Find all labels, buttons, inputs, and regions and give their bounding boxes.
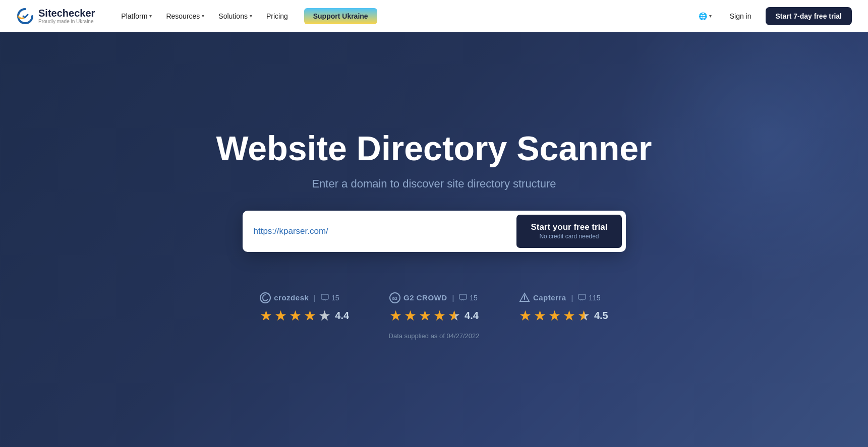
star-4: ★ bbox=[563, 307, 575, 324]
g2crowd-header: G2 G2 CROWD | 15 bbox=[389, 292, 478, 303]
svg-rect-7 bbox=[578, 294, 586, 299]
logo-link[interactable]: Sitechecker Proudly made in Ukraine bbox=[16, 7, 95, 25]
crozdesk-score: 4.4 bbox=[335, 310, 349, 322]
nav-solutions[interactable]: Solutions ▾ bbox=[212, 8, 258, 24]
star-3: ★ bbox=[548, 307, 561, 324]
support-ukraine-button[interactable]: Support Ukraine bbox=[304, 8, 377, 24]
capterra-logo: Capterra bbox=[519, 292, 566, 303]
hero-title: Website Directory Scanner bbox=[216, 130, 652, 167]
globe-icon: 🌐 bbox=[699, 12, 707, 20]
crozdesk-icon bbox=[260, 292, 271, 303]
star-1: ★ bbox=[389, 307, 402, 324]
crozdesk-name: crozdesk bbox=[274, 293, 309, 302]
rating-capterra: Capterra | 115 ★ ★ ★ ★ ★ 4.5 bbox=[519, 292, 608, 324]
g2crowd-score: 4.4 bbox=[465, 310, 479, 322]
star-2: ★ bbox=[534, 307, 546, 324]
comment-icon-g2 bbox=[459, 294, 467, 302]
rating-g2crowd: G2 G2 CROWD | 15 ★ ★ ★ ★ ★ bbox=[389, 292, 479, 324]
capterra-header: Capterra | 115 bbox=[519, 292, 601, 303]
g2crowd-name: G2 CROWD bbox=[403, 293, 447, 302]
nav-resources[interactable]: Resources ▾ bbox=[160, 8, 210, 24]
g2crowd-stars: ★ ★ ★ ★ ★ 4.4 bbox=[389, 307, 479, 324]
capterra-score: 4.5 bbox=[594, 310, 608, 322]
search-box: Start your free trial No credit card nee… bbox=[243, 211, 626, 252]
capterra-name: Capterra bbox=[533, 293, 566, 302]
g2crowd-comments: 15 bbox=[459, 294, 478, 302]
star-1: ★ bbox=[260, 307, 272, 324]
solutions-chevron-icon: ▾ bbox=[250, 13, 252, 19]
logo-name: Sitechecker bbox=[38, 8, 95, 19]
g2crowd-icon: G2 bbox=[389, 292, 400, 303]
domain-input[interactable] bbox=[254, 226, 517, 236]
lang-chevron-icon: ▾ bbox=[709, 13, 712, 19]
hero-section: Website Directory Scanner Enter a domain… bbox=[0, 32, 868, 447]
star-4: ★ bbox=[304, 307, 316, 324]
star-3: ★ bbox=[289, 307, 302, 324]
capterra-icon bbox=[519, 292, 530, 303]
cta-main-text: Start your free trial bbox=[531, 222, 607, 233]
hero-subtitle: Enter a domain to discover site director… bbox=[312, 177, 556, 190]
svg-rect-1 bbox=[321, 294, 328, 299]
language-selector[interactable]: 🌐 ▾ bbox=[695, 9, 716, 23]
nav-links: Platform ▾ Resources ▾ Solutions ▾ Prici… bbox=[115, 8, 694, 24]
star-3: ★ bbox=[419, 307, 431, 324]
crozdesk-logo: crozdesk bbox=[260, 292, 309, 303]
sign-in-button[interactable]: Sign in bbox=[724, 8, 758, 24]
data-supplied-text: Data supplied as of 04/27/2022 bbox=[389, 332, 480, 340]
logo-subtitle: Proudly made in Ukraine bbox=[38, 19, 95, 24]
platform-chevron-icon: ▾ bbox=[149, 13, 152, 19]
nav-pricing[interactable]: Pricing bbox=[260, 8, 294, 24]
crozdesk-header: crozdesk | 15 bbox=[260, 292, 339, 303]
crozdesk-comments: 15 bbox=[321, 294, 339, 302]
comment-icon bbox=[321, 294, 329, 302]
star-2: ★ bbox=[404, 307, 417, 324]
logo-text: Sitechecker Proudly made in Ukraine bbox=[38, 8, 95, 24]
star-1: ★ bbox=[519, 307, 532, 324]
star-4: ★ bbox=[433, 307, 446, 324]
svg-text:G2: G2 bbox=[392, 296, 397, 301]
start-trial-button[interactable]: Start 7-day free trial bbox=[766, 7, 852, 25]
logo-icon bbox=[16, 7, 34, 25]
star-5: ★ bbox=[577, 307, 590, 324]
cta-sub-text: No credit card needed bbox=[539, 233, 599, 241]
g2crowd-logo: G2 G2 CROWD bbox=[389, 292, 447, 303]
svg-rect-4 bbox=[459, 294, 467, 299]
crozdesk-stars: ★ ★ ★ ★ ★ 4.4 bbox=[260, 307, 349, 324]
ratings-section: crozdesk | 15 ★ ★ ★ ★ ★ 4.4 bbox=[250, 292, 618, 324]
rating-crozdesk: crozdesk | 15 ★ ★ ★ ★ ★ 4.4 bbox=[260, 292, 349, 324]
navbar: Sitechecker Proudly made in Ukraine Plat… bbox=[0, 0, 868, 32]
resources-chevron-icon: ▾ bbox=[202, 13, 204, 19]
capterra-stars: ★ ★ ★ ★ ★ 4.5 bbox=[519, 307, 608, 324]
star-5: ★ bbox=[448, 307, 460, 324]
star-5: ★ bbox=[318, 307, 331, 324]
comment-icon-capterra bbox=[578, 294, 586, 302]
star-2: ★ bbox=[274, 307, 287, 324]
nav-platform[interactable]: Platform ▾ bbox=[115, 8, 158, 24]
start-free-trial-button[interactable]: Start your free trial No credit card nee… bbox=[516, 215, 621, 248]
capterra-comments: 115 bbox=[578, 294, 600, 302]
nav-right: 🌐 ▾ Sign in Start 7-day free trial bbox=[695, 7, 852, 25]
